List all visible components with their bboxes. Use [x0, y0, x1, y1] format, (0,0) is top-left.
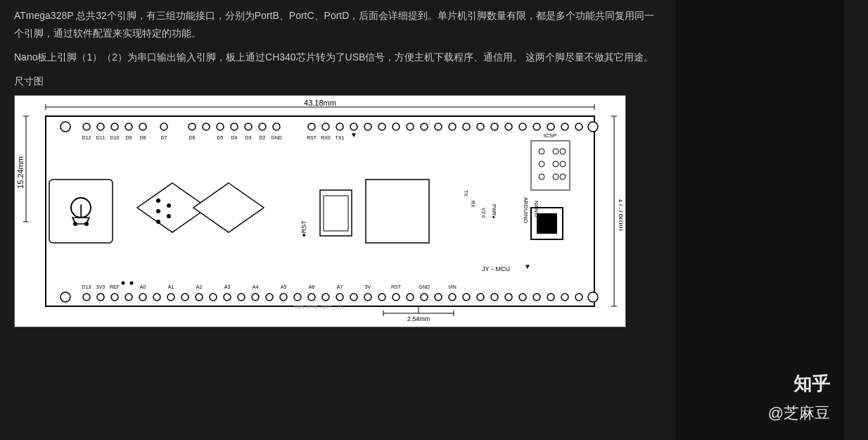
- main-content: ATmega328P 总共32个引脚，有三组功能接口，分别为PortB、Port…: [0, 0, 675, 440]
- svg-point-19: [139, 123, 146, 130]
- svg-text:●RST: ●RST: [300, 220, 307, 237]
- svg-point-74: [421, 294, 428, 301]
- zhihu-credit: 知乎 @芝麻豆: [768, 368, 830, 426]
- svg-point-116: [560, 174, 566, 180]
- svg-point-24: [231, 123, 238, 130]
- svg-point-69: [350, 294, 357, 301]
- svg-point-41: [491, 123, 498, 130]
- section-title: 尺寸图: [14, 73, 661, 90]
- svg-point-29: [322, 123, 329, 130]
- svg-point-86: [588, 292, 598, 302]
- svg-point-94: [84, 222, 89, 226]
- svg-point-108: [539, 149, 544, 154]
- svg-point-72: [392, 294, 400, 301]
- svg-point-100: [167, 203, 171, 208]
- svg-text:NANO: NANO: [533, 201, 540, 217]
- svg-point-33: [378, 123, 385, 130]
- svg-text:GND: GND: [419, 284, 430, 289]
- svg-point-56: [167, 294, 174, 301]
- svg-point-81: [519, 294, 526, 301]
- svg-point-37: [435, 123, 442, 130]
- svg-text:RX: RX: [471, 201, 476, 208]
- svg-point-80: [505, 294, 512, 301]
- svg-point-15: [83, 123, 90, 130]
- svg-point-22: [203, 123, 210, 130]
- svg-text:A6: A6: [309, 284, 315, 289]
- svg-text:D12: D12: [82, 135, 91, 140]
- svg-point-101: [167, 214, 171, 218]
- svg-point-55: [153, 294, 160, 301]
- svg-text:43.18mm: 43.18mm: [304, 99, 336, 107]
- svg-text:⊥: ⊥: [72, 201, 89, 222]
- svg-point-59: [210, 294, 217, 301]
- svg-point-97: [156, 199, 160, 203]
- svg-text:TX: TX: [464, 190, 468, 196]
- svg-point-27: [273, 123, 280, 130]
- svg-point-18: [125, 123, 132, 130]
- svg-text:D9: D9: [126, 135, 132, 140]
- svg-text:RST: RST: [307, 135, 317, 140]
- svg-point-49: [60, 292, 70, 302]
- svg-point-44: [533, 123, 540, 130]
- svg-point-57: [181, 294, 189, 301]
- svg-text:D6: D6: [189, 135, 196, 140]
- svg-point-68: [336, 294, 343, 301]
- svg-text:A3: A3: [224, 284, 231, 289]
- svg-text:A1: A1: [168, 284, 174, 289]
- svg-point-75: [435, 294, 442, 301]
- svg-text:REF: REF: [110, 284, 120, 289]
- svg-point-35: [407, 123, 414, 130]
- svg-point-110: [560, 149, 566, 154]
- svg-point-64: [280, 294, 287, 301]
- svg-point-47: [575, 123, 582, 130]
- svg-text:D2: D2: [260, 135, 266, 140]
- svg-text:V3.0: V3.0: [481, 208, 486, 218]
- svg-text:D3: D3: [245, 135, 252, 140]
- svg-text:D10: D10: [110, 135, 120, 140]
- svg-point-53: [125, 294, 132, 301]
- paragraph-1: ATmega328P 总共32个引脚，有三组功能接口，分别为PortB、Port…: [14, 7, 661, 42]
- zhihu-author-label: @芝麻豆: [768, 400, 830, 426]
- svg-point-93: [73, 222, 77, 226]
- svg-point-26: [259, 123, 266, 130]
- svg-point-60: [224, 294, 231, 301]
- svg-point-112: [553, 161, 559, 167]
- svg-point-40: [477, 123, 484, 130]
- svg-point-77: [463, 294, 470, 301]
- svg-point-16: [97, 123, 104, 130]
- page-wrapper: ATmega328P 总共32个引脚，有三组功能接口，分别为PortB、Port…: [0, 0, 868, 440]
- svg-text:D7: D7: [161, 135, 167, 140]
- svg-text:D5: D5: [217, 135, 224, 140]
- svg-text:3V3: 3V3: [96, 284, 106, 289]
- svg-text:A4: A4: [253, 284, 259, 289]
- svg-point-85: [575, 294, 582, 301]
- svg-point-65: [294, 294, 301, 301]
- svg-point-31: [350, 123, 357, 130]
- svg-point-38: [449, 123, 456, 130]
- svg-point-76: [449, 294, 456, 301]
- svg-text:A5: A5: [281, 284, 287, 289]
- zhihu-site-label: 知乎: [768, 368, 830, 399]
- svg-point-36: [421, 123, 428, 130]
- svg-point-165: [130, 282, 134, 285]
- svg-text:GND: GND: [271, 135, 282, 140]
- svg-point-99: [156, 220, 160, 224]
- svg-point-23: [217, 123, 224, 130]
- svg-point-78: [477, 294, 484, 301]
- svg-point-42: [505, 123, 512, 130]
- svg-text:D8: D8: [140, 135, 146, 140]
- svg-point-32: [364, 123, 371, 130]
- svg-point-46: [561, 123, 568, 130]
- svg-point-79: [491, 294, 498, 301]
- svg-text:ICSP: ICSP: [544, 132, 557, 139]
- svg-text:TX1: TX1: [336, 135, 345, 140]
- svg-point-164: [122, 282, 125, 285]
- svg-point-84: [561, 294, 568, 301]
- svg-point-67: [322, 294, 329, 301]
- svg-text:A0: A0: [140, 284, 146, 289]
- svg-point-20: [160, 123, 167, 130]
- svg-point-50: [83, 294, 90, 301]
- svg-point-98: [156, 209, 160, 213]
- svg-text:https://blog...colm_110...: https://blog...colm_110...: [293, 304, 347, 310]
- svg-text:▼: ▼: [350, 131, 357, 139]
